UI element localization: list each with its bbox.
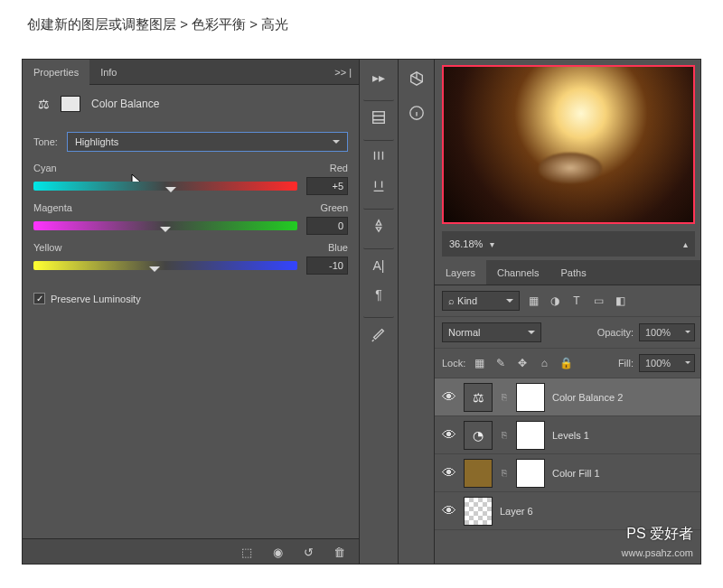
tab-channels[interactable]: Channels <box>486 260 549 285</box>
tone-select[interactable]: Highlights <box>67 132 348 152</box>
layer-row[interactable]: 👁 ⎘ Color Fill 1 <box>435 454 701 492</box>
preserve-label: Preserve Luminosity <box>51 294 141 304</box>
layer-row[interactable]: 👁 ⚖ ⎘ Color Balance 2 <box>435 378 701 416</box>
collapsed-toolstrip: ▸▸ A| ¶ <box>359 60 399 565</box>
watermark-url: www.psahz.com <box>622 547 693 558</box>
reset-icon[interactable]: ↺ <box>301 546 315 560</box>
properties-tabs: Properties Info >> | <box>23 60 359 85</box>
3d-icon[interactable] <box>405 67 428 90</box>
tool-presets-icon[interactable] <box>363 322 394 347</box>
lock-pixels-icon[interactable]: ✎ <box>493 355 509 371</box>
brush-settings-icon[interactable] <box>363 173 394 199</box>
mask-thumb[interactable] <box>516 383 545 412</box>
slider-cyan-red-track[interactable] <box>33 182 297 191</box>
slider-magenta-green-track[interactable] <box>33 221 297 230</box>
paragraph-icon[interactable]: ¶ <box>363 282 394 307</box>
history-icon[interactable] <box>363 105 394 130</box>
kind-filter-select[interactable]: ⌕ Kind <box>442 291 520 311</box>
label-cyan: Cyan <box>33 163 57 173</box>
value-cyan-red[interactable] <box>306 177 348 195</box>
filter-smart-icon[interactable]: ◧ <box>612 293 628 309</box>
layer-name[interactable]: Layer 6 <box>500 506 533 517</box>
separator <box>363 311 394 318</box>
separator <box>363 242 394 249</box>
preserve-luminosity-row[interactable]: ✓ Preserve Luminosity <box>23 276 359 321</box>
scales-icon: ⚖ <box>33 94 53 114</box>
preserve-checkbox[interactable]: ✓ <box>33 293 45 304</box>
lock-all-icon[interactable]: 🔒 <box>558 355 574 371</box>
kind-label: Kind <box>457 295 477 306</box>
slider-magenta-green: MagentaGreen <box>23 197 359 237</box>
adjustment-thumb-icon: ◔ <box>464 421 493 450</box>
properties-panel: Properties Info >> | ⚖ Color Balance Ton… <box>23 60 359 565</box>
slider-yellow-blue-track[interactable] <box>33 261 297 270</box>
layers-panel: Layers Channels Paths ⌕ Kind ▦ ◑ T ▭ ◧ N… <box>435 260 701 565</box>
panel-menu-icon[interactable]: >> | <box>334 67 359 78</box>
filter-shape-icon[interactable]: ▭ <box>590 293 606 309</box>
tab-info[interactable]: Info <box>89 60 127 85</box>
tone-label: Tone: <box>33 136 58 147</box>
layers-tabs: Layers Channels Paths <box>435 260 701 285</box>
right-panels: 36.18% ▾ ▴ Layers Channels Paths ⌕ Kind … <box>399 60 701 565</box>
layer-name[interactable]: Color Fill 1 <box>552 468 600 479</box>
mask-thumb[interactable] <box>516 421 545 450</box>
document-preview[interactable] <box>442 65 695 224</box>
zoom-row: 36.18% ▾ ▴ <box>442 231 695 257</box>
color-balance-header: ⚖ Color Balance <box>23 85 359 123</box>
lock-transparency-icon[interactable]: ▦ <box>471 355 487 371</box>
lock-artboard-icon[interactable]: ⌂ <box>536 355 552 371</box>
label-magenta: Magenta <box>33 202 72 213</box>
link-icon: ⎘ <box>500 431 509 440</box>
watermark-logo: PS 爱好者 <box>626 525 693 544</box>
slider-yellow-blue: YellowBlue <box>23 237 359 276</box>
info-icon[interactable] <box>405 101 428 125</box>
lock-position-icon[interactable]: ✥ <box>514 355 531 371</box>
separator <box>363 94 394 101</box>
layer-row[interactable]: 👁 ◔ ⎘ Levels 1 <box>435 416 701 454</box>
visibility-icon[interactable]: 👁 <box>442 389 456 406</box>
properties-footer: ⬚ ◉ ↺ 🗑 <box>23 538 359 565</box>
fill-select[interactable]: 100% <box>639 354 695 372</box>
expand-icon[interactable]: ▸▸ <box>363 65 394 90</box>
visibility-icon[interactable]: 👁 <box>442 503 456 519</box>
photoshop-panels: Properties Info >> | ⚖ Color Balance Ton… <box>22 59 701 565</box>
zoom-value[interactable]: 36.18% <box>449 238 483 249</box>
label-green: Green <box>320 202 348 213</box>
clip-icon[interactable]: ⬚ <box>239 546 254 560</box>
tone-value: Highlights <box>75 136 118 147</box>
layer-name[interactable]: Color Balance 2 <box>552 392 623 403</box>
tab-paths[interactable]: Paths <box>550 260 597 285</box>
right-toolcol <box>399 60 435 565</box>
label-yellow: Yellow <box>33 242 61 253</box>
link-icon: ⎘ <box>500 393 509 402</box>
tab-properties[interactable]: Properties <box>23 60 89 85</box>
tab-layers[interactable]: Layers <box>435 260 486 285</box>
filter-pixel-icon[interactable]: ▦ <box>525 293 541 309</box>
clone-source-icon[interactable] <box>363 213 394 238</box>
link-icon: ⎘ <box>500 469 509 478</box>
filter-type-icon[interactable]: T <box>568 293 585 309</box>
view-previous-icon[interactable]: ◉ <box>270 546 285 560</box>
adjustment-thumb-icon: ⚖ <box>464 383 493 412</box>
zoom-down-icon[interactable]: ▾ <box>490 239 494 249</box>
filter-adjust-icon[interactable]: ◑ <box>547 293 563 309</box>
label-red: Red <box>330 163 348 173</box>
visibility-icon[interactable]: 👁 <box>442 427 456 443</box>
pixel-thumb <box>464 497 493 526</box>
opacity-select[interactable]: 100% <box>639 323 695 341</box>
brushes-icon[interactable] <box>363 145 394 170</box>
slider-cyan-red: CyanRed <box>23 157 359 197</box>
value-magenta-green[interactable] <box>306 217 348 235</box>
blend-mode-select[interactable]: Normal <box>442 322 541 342</box>
layer-name[interactable]: Levels 1 <box>552 430 589 441</box>
blend-value: Normal <box>448 327 480 338</box>
character-icon[interactable]: A| <box>363 253 394 278</box>
layer-mask-icon[interactable] <box>61 96 80 112</box>
visibility-icon[interactable]: 👁 <box>442 465 456 481</box>
mask-thumb[interactable] <box>516 459 545 488</box>
opacity-label: Opacity: <box>597 327 634 338</box>
value-yellow-blue[interactable] <box>306 257 348 275</box>
trash-icon[interactable]: 🗑 <box>332 546 346 560</box>
tone-row: Tone: Highlights <box>23 123 359 157</box>
zoom-up-icon[interactable]: ▴ <box>683 239 688 249</box>
